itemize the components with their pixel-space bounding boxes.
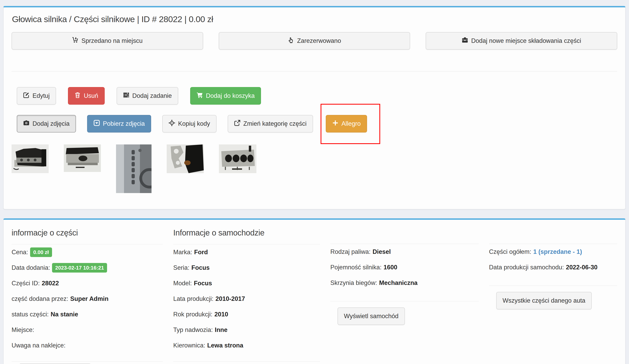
reserved-label: Zarezerwowano xyxy=(297,37,341,44)
engine-capacity-row: Pojemność silnika:1600 xyxy=(330,260,479,275)
price-row: Cena: 0.00 zł xyxy=(11,244,163,260)
cart-arrow-down-icon xyxy=(72,37,78,45)
copy-codes-label: Kopiuj kody xyxy=(178,120,210,127)
date-added-label: Data dodania: xyxy=(11,264,50,271)
status-button-row: Sprzedano na miejscu Zarezerwowano Dodaj… xyxy=(11,32,617,50)
media-button-row: Dodaj zdjęcia Pobierz zdjęcia Kopiuj kod… xyxy=(17,115,617,132)
trash-icon xyxy=(74,92,81,100)
part-id-row: Części ID: 28022 xyxy=(11,275,163,291)
action-button-row: Edytuj Usuń Dodaj zadanie Dodaj do koszy… xyxy=(17,87,617,105)
parts-total-link[interactable]: 1 (sprzedane - 1) xyxy=(533,248,582,256)
caret-square-down-icon xyxy=(94,120,100,128)
sticker-note-row: Uwaga na naklejce: xyxy=(11,338,163,353)
part-status-row: status części: Na stanie xyxy=(11,307,163,322)
part-info-divider xyxy=(11,361,163,362)
part-photo-thumbnail-3[interactable] xyxy=(116,144,152,193)
page-title: Głowica silnika /Części silnikowe | ID #… xyxy=(12,14,617,24)
hand-up-icon xyxy=(288,37,294,45)
allegro-label: Allegro xyxy=(341,120,361,127)
change-category-label: Zmień kategorię części xyxy=(243,120,307,127)
shopping-cart-icon xyxy=(197,92,203,100)
page-title-part-name: Głowica silnika / xyxy=(12,14,71,24)
delete-button[interactable]: Usuń xyxy=(68,87,105,105)
add-storage-place-button[interactable]: Dodaj nowe miejsce składowania części xyxy=(426,32,617,50)
car-info-divider xyxy=(173,361,320,362)
add-to-cart-label: Dodaj do koszyka xyxy=(206,92,255,99)
all-parts-of-car-label: Wszystkie części danego auta xyxy=(503,297,585,304)
car-model-row: Model:Focus xyxy=(173,275,320,291)
download-photos-button[interactable]: Pobierz zdjęcia xyxy=(87,115,151,132)
edit-button[interactable]: Edytuj xyxy=(17,87,56,105)
price-badge: 0.00 zł xyxy=(30,247,52,257)
reserved-button[interactable]: Zarezerwowano xyxy=(219,32,410,50)
add-photos-button[interactable]: Dodaj zdjęcia xyxy=(17,115,76,132)
add-photos-label: Dodaj zdjęcia xyxy=(32,120,70,127)
briefcase-icon xyxy=(462,37,468,45)
gearbox-row: Skrzynia biegów:Mechaniczna xyxy=(330,275,479,291)
part-photo-thumbnail-5[interactable] xyxy=(219,144,256,173)
download-photos-label: Pobierz zdjęcia xyxy=(103,120,145,127)
car-series-row: Seria:Focus xyxy=(173,260,320,275)
summary-column: Części ogółem: 1 (sprzedane - 1) Data pr… xyxy=(484,224,623,364)
sold-on-site-button[interactable]: Sprzedano na miejscu xyxy=(11,32,203,50)
car-body-row: Typ nadwozia:Inne xyxy=(173,322,320,338)
date-added-row: Data dodania: 2023-02-17 10:16:21 xyxy=(11,260,163,275)
date-added-badge: 2023-02-17 10:16:21 xyxy=(52,263,107,272)
view-car-label: Wyświetl samochód xyxy=(344,313,399,320)
car-year-row: Rok produkcji:2010 xyxy=(173,307,320,322)
edit-pencil-icon xyxy=(23,92,29,100)
part-id-value: 28022 xyxy=(42,279,59,287)
place-row: Miejsce: xyxy=(11,322,163,338)
allegro-button[interactable]: Allegro xyxy=(326,115,367,132)
part-photo-thumbnail-2[interactable] xyxy=(64,144,101,172)
delete-label: Usuń xyxy=(84,92,98,99)
added-by-row: część dodana przez: Super Admin xyxy=(11,291,163,307)
add-task-label: Dodaj zadanie xyxy=(132,92,172,99)
allegro-annotation-wrap: Allegro xyxy=(326,115,367,132)
copy-codes-button[interactable]: Kopiuj kody xyxy=(162,115,216,132)
part-photo-thumbnails xyxy=(11,144,617,193)
car-steering-row: Kierownica:Lewa strona xyxy=(173,338,320,353)
sold-on-site-label: Sprzedano na miejscu xyxy=(81,37,143,44)
engine-info-head-rule xyxy=(330,224,479,244)
car-info-column: Informacje o samochodzie Marka:Ford Seri… xyxy=(168,224,325,364)
summary-divider xyxy=(489,285,617,286)
tasks-icon xyxy=(123,92,129,100)
all-parts-of-car-button[interactable]: Wszystkie części danego auta xyxy=(496,292,592,309)
car-years-row: Lata produkcji:2010-2017 xyxy=(173,291,320,307)
part-info-column: informacje o części Cena: 0.00 zł Data d… xyxy=(6,224,168,364)
added-by-value: Super Admin xyxy=(70,295,109,303)
fuel-row: Rodzaj paliwa:Diesel xyxy=(330,244,479,260)
info-grid: informacje o części Cena: 0.00 zł Data d… xyxy=(6,224,623,364)
add-task-button[interactable]: Dodaj zadanie xyxy=(117,87,178,105)
external-link-icon xyxy=(234,120,240,128)
view-car-button[interactable]: Wyświetl samochód xyxy=(337,307,405,325)
change-category-button[interactable]: Zmień kategorię części xyxy=(228,115,313,132)
price-label: Cena: xyxy=(11,248,28,256)
edit-label: Edytuj xyxy=(32,92,50,99)
toolbar-divider xyxy=(11,71,617,72)
plus-icon xyxy=(332,120,338,128)
page-title-meta: Części silnikowe | ID # 28022 | 0.00 zł xyxy=(74,14,213,24)
car-production-date-row: Data produkcji samochodu: 2022-06-30 xyxy=(489,260,617,275)
car-make-row: Marka:Ford xyxy=(173,244,320,260)
summary-head-rule xyxy=(489,224,617,244)
camera-icon xyxy=(23,120,29,128)
part-photo-thumbnail-4[interactable] xyxy=(167,144,204,173)
add-to-cart-button[interactable]: Dodaj do koszyka xyxy=(190,87,261,105)
car-info-title: Informacje o samochodzie xyxy=(173,228,320,244)
info-card: informacje o części Cena: 0.00 zł Data d… xyxy=(3,218,626,364)
part-status-value: Na stanie xyxy=(51,311,78,318)
crosshairs-icon xyxy=(169,120,175,128)
part-detail-card: Głowica silnika /Części silnikowe | ID #… xyxy=(3,6,626,209)
engine-info-divider xyxy=(330,301,479,301)
parts-total-row: Części ogółem: 1 (sprzedane - 1) xyxy=(489,244,617,260)
add-storage-place-label: Dodaj nowe miejsce składowania części xyxy=(471,37,581,44)
part-info-title: informacje o części xyxy=(11,228,163,244)
part-photo-thumbnail-1[interactable] xyxy=(11,144,49,173)
engine-info-column: Rodzaj paliwa:Diesel Pojemność silnika:1… xyxy=(325,224,484,364)
